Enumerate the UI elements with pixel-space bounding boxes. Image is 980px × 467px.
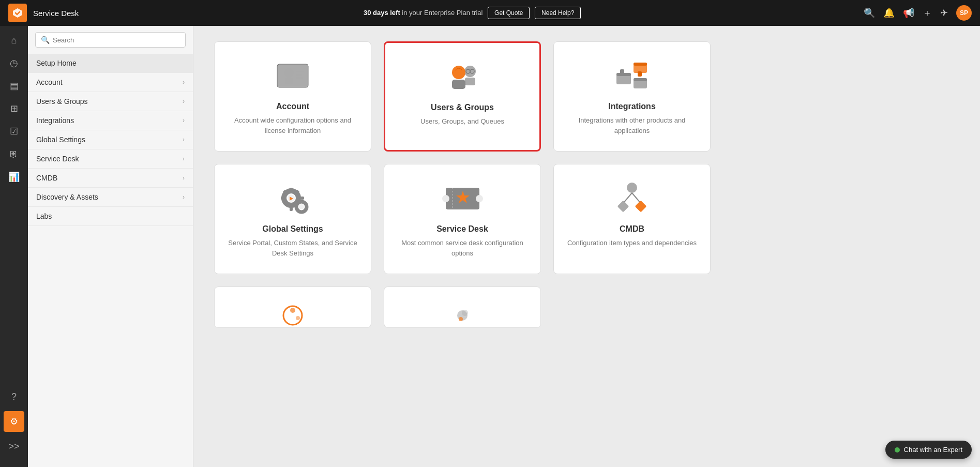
svg-line-41 <box>623 193 632 203</box>
nav-shield-icon[interactable]: ⛨ <box>4 144 24 164</box>
svg-point-49 <box>462 310 468 316</box>
svg-rect-27 <box>300 197 304 200</box>
card-discovery-partial[interactable] <box>214 287 371 328</box>
sidebar-item-cmdb[interactable]: CMDB › <box>28 169 193 188</box>
svg-point-50 <box>459 317 463 321</box>
svg-rect-25 <box>290 207 293 211</box>
labs-card-icon <box>444 303 480 328</box>
chat-label: Chat with an Expert <box>904 446 962 454</box>
chevron-right-icon: › <box>183 136 185 143</box>
svg-point-36 <box>442 195 449 202</box>
svg-point-40 <box>627 183 637 193</box>
sidebar-item-integrations[interactable]: Integrations › <box>28 111 193 130</box>
notification-icon[interactable]: 🔔 <box>883 7 895 19</box>
integrations-card-icon <box>614 57 650 94</box>
svg-point-47 <box>296 316 300 320</box>
svg-rect-3 <box>285 78 293 84</box>
content-area: Account Account wide configuration optio… <box>193 26 980 467</box>
svg-rect-18 <box>634 63 647 66</box>
plus-icon[interactable]: ＋ <box>923 7 932 19</box>
card-users-groups[interactable]: Users & Groups Users, Groups, and Queues <box>384 41 541 152</box>
account-card-desc: Account wide configuration options and l… <box>225 115 360 135</box>
card-integrations[interactable]: Integrations Integrations with other pro… <box>553 41 711 152</box>
cmdb-card-icon <box>614 180 650 216</box>
send-icon[interactable]: ✈ <box>940 7 948 19</box>
chat-widget[interactable]: Chat with an Expert <box>885 441 972 459</box>
card-global-settings[interactable]: Global Settings Service Portal, Custom S… <box>214 164 371 274</box>
svg-rect-19 <box>638 71 642 77</box>
users-groups-card-title: Users & Groups <box>431 103 494 112</box>
global-settings-card-desc: Service Portal, Custom States, and Servi… <box>225 238 360 258</box>
users-groups-card-desc: Users, Groups, and Queues <box>420 116 504 127</box>
nav-expand-icon[interactable]: >> <box>4 436 24 457</box>
trial-days: 30 days left <box>364 9 400 17</box>
card-service-desk[interactable]: Service Desk Most common service desk co… <box>384 164 541 274</box>
card-labs-partial[interactable] <box>384 287 541 328</box>
icon-bar: ⌂ ◷ ▤ ⊞ ☑ ⛨ 📊 ? ⚙ >> <box>0 26 28 467</box>
svg-rect-6 <box>296 77 303 79</box>
nav-grid-icon[interactable]: ⊞ <box>4 98 24 119</box>
nav-layers-icon[interactable]: ▤ <box>4 76 24 96</box>
get-quote-button[interactable]: Get Quote <box>488 7 530 19</box>
chevron-right-icon: › <box>183 155 185 162</box>
bell-icon[interactable]: 📢 <box>903 7 914 19</box>
integrations-card-title: Integrations <box>608 102 656 111</box>
global-settings-card-icon <box>275 180 311 216</box>
service-desk-card-desc: Most common service desk configuration o… <box>395 238 530 258</box>
sidebar-item-service-desk[interactable]: Service Desk › <box>28 149 193 169</box>
svg-rect-5 <box>296 74 302 76</box>
search-icon: 🔍 <box>41 36 50 44</box>
account-card-title: Account <box>276 102 309 111</box>
users-groups-card-icon <box>444 58 480 95</box>
chevron-right-icon: › <box>183 98 185 105</box>
sidebar-item-global-settings[interactable]: Global Settings › <box>28 130 193 149</box>
trial-text: in your Enterprise Plan trial <box>400 9 483 17</box>
chevron-right-icon: › <box>183 117 185 124</box>
svg-rect-8 <box>465 78 475 85</box>
card-account[interactable]: Account Account wide configuration optio… <box>214 41 371 152</box>
svg-line-42 <box>632 193 641 203</box>
topbar-icons: 🔍 🔔 📢 ＋ ✈ SP <box>864 5 972 21</box>
nav-chart-icon[interactable]: 📊 <box>4 167 24 187</box>
sidebar-item-setup-home[interactable]: Setup Home <box>28 54 193 73</box>
need-help-button[interactable]: Need Help? <box>535 7 581 19</box>
svg-rect-43 <box>617 200 629 212</box>
topbar: Service Desk 30 days left in your Enterp… <box>0 0 980 26</box>
nav-clock-icon[interactable]: ◷ <box>4 53 24 73</box>
app-title: Service Desk <box>33 9 79 18</box>
nav-settings-icon[interactable]: ⚙ <box>4 411 24 432</box>
sidebar-item-discovery-assets[interactable]: Discovery & Assets › <box>28 188 193 207</box>
nav-home-icon[interactable]: ⌂ <box>4 30 24 51</box>
trial-banner: 30 days left in your Enterprise Plan tri… <box>95 7 849 19</box>
service-desk-card-title: Service Desk <box>436 224 488 234</box>
sidebar-item-labs[interactable]: Labs <box>28 207 193 226</box>
chat-status-dot <box>895 447 900 453</box>
user-avatar[interactable]: SP <box>956 5 972 21</box>
nav-checkbox-icon[interactable]: ☑ <box>4 121 24 142</box>
chevron-right-icon: › <box>183 174 185 182</box>
svg-rect-13 <box>452 80 465 89</box>
logo[interactable] <box>8 4 27 22</box>
svg-point-2 <box>284 68 294 78</box>
sidebar-item-users-groups[interactable]: Users & Groups › <box>28 92 193 111</box>
search-input[interactable] <box>53 36 180 44</box>
setup-home-label: Setup Home <box>36 59 77 67</box>
svg-point-46 <box>290 308 295 313</box>
svg-point-33 <box>299 204 304 209</box>
nav-help-icon[interactable]: ? <box>4 386 24 407</box>
svg-rect-44 <box>635 200 647 212</box>
cmdb-card-title: CMDB <box>620 224 644 234</box>
search-icon[interactable]: 🔍 <box>864 7 875 19</box>
svg-rect-4 <box>296 71 304 72</box>
sidebar: 🔍 Setup Home Account › Users & Groups › … <box>28 26 193 467</box>
chevron-right-icon: › <box>183 193 185 201</box>
cards-grid: Account Account wide configuration optio… <box>214 41 711 274</box>
sidebar-item-account[interactable]: Account › <box>28 73 193 92</box>
cmdb-card-desc: Configuration item types and dependencie… <box>567 238 697 248</box>
svg-rect-21 <box>634 78 647 81</box>
sidebar-search-container: 🔍 <box>28 26 193 54</box>
card-cmdb[interactable]: CMDB Configuration item types and depend… <box>553 164 711 274</box>
chevron-right-icon: › <box>183 79 185 86</box>
svg-point-12 <box>452 66 465 79</box>
search-wrap: 🔍 <box>35 32 186 48</box>
